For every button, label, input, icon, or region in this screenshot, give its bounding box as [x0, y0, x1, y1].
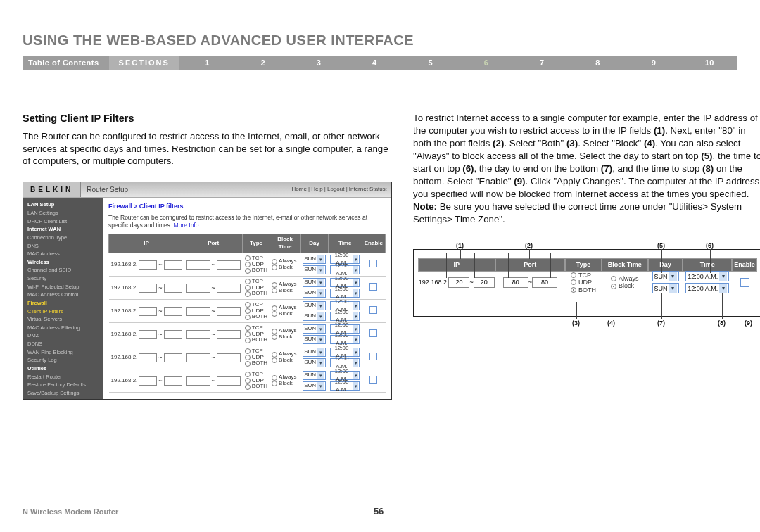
- section-link-5[interactable]: 5: [403, 58, 458, 67]
- day-end-select[interactable]: SUN▾: [303, 335, 326, 344]
- type-radio[interactable]: UDP: [571, 279, 592, 286]
- port-from-input[interactable]: [186, 307, 210, 316]
- day-end-select[interactable]: SUN▾: [303, 312, 326, 321]
- sidebar-item[interactable]: Channel and SSID: [27, 266, 99, 274]
- sidebar-item[interactable]: Save/Backup Settings: [27, 389, 99, 398]
- port-to-input[interactable]: [217, 284, 241, 293]
- sidebar-item[interactable]: DMZ: [27, 331, 99, 340]
- port-from-input[interactable]: [503, 277, 528, 288]
- section-link-3[interactable]: 3: [291, 58, 346, 67]
- port-to-input[interactable]: [217, 353, 241, 362]
- port-to-input[interactable]: [217, 307, 241, 316]
- sidebar-item[interactable]: DNS: [27, 242, 99, 251]
- port-to-input[interactable]: [217, 376, 241, 386]
- ip-from-input[interactable]: [139, 284, 157, 293]
- port-from-input[interactable]: [186, 330, 210, 339]
- day-end-select[interactable]: SUN▾: [303, 265, 326, 274]
- sidebar-item[interactable]: Restore Previous Settings: [27, 397, 99, 399]
- day-start-select[interactable]: SUN▾: [303, 348, 326, 357]
- blocktime-radio[interactable]: Block: [272, 357, 293, 364]
- time-end-select[interactable]: 12:00 A.M.▾: [330, 289, 360, 298]
- time-end-select[interactable]: 12:00 A.M.▾: [330, 358, 360, 367]
- enable-checkbox[interactable]: [369, 353, 377, 360]
- type-radio[interactable]: BOTH: [245, 384, 267, 390]
- port-from-input[interactable]: [186, 284, 210, 293]
- type-radio[interactable]: TCP: [571, 272, 591, 279]
- section-link-10[interactable]: 10: [682, 58, 737, 67]
- time-end-select[interactable]: 12:00 A.M.▾: [330, 381, 360, 391]
- ip-to-input[interactable]: [164, 330, 182, 339]
- ip-to-input[interactable]: [474, 277, 495, 288]
- sidebar-item[interactable]: LAN Settings: [27, 209, 99, 217]
- day-end-select[interactable]: SUN▾: [303, 381, 326, 391]
- sidebar-item[interactable]: Virtual Servers: [27, 315, 99, 324]
- header-link[interactable]: Logout |: [327, 186, 348, 194]
- type-radio[interactable]: BOTH: [571, 286, 596, 293]
- ip-from-input[interactable]: [139, 307, 157, 316]
- section-link-2[interactable]: 2: [235, 58, 291, 67]
- day-end-select[interactable]: SUN▾: [652, 283, 679, 293]
- section-link-7[interactable]: 7: [514, 58, 570, 67]
- port-from-input[interactable]: [186, 260, 210, 270]
- ip-from-input[interactable]: [139, 376, 157, 386]
- header-link[interactable]: Home |: [292, 186, 310, 194]
- ip-from-input[interactable]: [139, 353, 157, 362]
- port-from-input[interactable]: [186, 353, 210, 362]
- sidebar-item[interactable]: LAN Setup: [27, 201, 99, 209]
- blocktime-radio[interactable]: Always: [611, 275, 639, 282]
- time-end-select[interactable]: 12:00 A.M.▾: [330, 312, 360, 321]
- sidebar-item[interactable]: Client IP Filters: [27, 308, 99, 316]
- ip-to-input[interactable]: [164, 260, 182, 270]
- enable-checkbox[interactable]: [369, 283, 377, 291]
- time-end-select[interactable]: 12:00 A.M.▾: [330, 335, 360, 344]
- day-end-select[interactable]: SUN▾: [303, 289, 326, 298]
- day-start-select[interactable]: SUN▾: [652, 271, 679, 281]
- sidebar-item[interactable]: Security: [27, 274, 99, 283]
- blocktime-radio[interactable]: Block: [272, 288, 293, 294]
- ip-to-input[interactable]: [164, 307, 182, 316]
- section-link-6[interactable]: 6: [458, 58, 514, 67]
- sidebar-item[interactable]: DDNS: [27, 340, 99, 348]
- section-link-9[interactable]: 9: [626, 58, 681, 67]
- blocktime-radio[interactable]: Block: [272, 265, 293, 271]
- more-info-link[interactable]: More Info: [174, 222, 199, 229]
- toc-link[interactable]: Table of Contents: [23, 58, 109, 67]
- section-link-4[interactable]: 4: [347, 58, 403, 67]
- sidebar-item[interactable]: Firewall: [27, 299, 99, 308]
- sidebar-item[interactable]: MAC Address Control: [27, 291, 99, 299]
- port-to-input[interactable]: [532, 277, 557, 288]
- section-link-1[interactable]: 1: [179, 58, 235, 67]
- type-radio[interactable]: BOTH: [245, 314, 267, 320]
- blocktime-radio[interactable]: Block: [272, 381, 293, 387]
- type-radio[interactable]: BOTH: [245, 337, 267, 343]
- sidebar-item[interactable]: Restore Factory Defaults: [27, 381, 99, 389]
- header-link[interactable]: Help |: [311, 186, 326, 194]
- sidebar-item[interactable]: MAC Address Filtering: [27, 324, 99, 332]
- sidebar-item[interactable]: DHCP Client List: [27, 217, 99, 226]
- enable-checkbox[interactable]: [369, 329, 377, 337]
- enable-checkbox[interactable]: [369, 306, 377, 314]
- sidebar-item[interactable]: Connection Type: [27, 234, 99, 242]
- sidebar-item[interactable]: WAN Ping Blocking: [27, 348, 99, 357]
- ip-from-input[interactable]: [139, 330, 157, 339]
- day-start-select[interactable]: SUN▾: [303, 324, 326, 334]
- port-from-input[interactable]: [186, 376, 210, 386]
- day-start-select[interactable]: SUN▾: [303, 301, 326, 310]
- sidebar-item[interactable]: Restart Router: [27, 373, 99, 381]
- sidebar-item[interactable]: Wi-Fi Protected Setup: [27, 283, 99, 291]
- sidebar-item[interactable]: Security Log: [27, 356, 99, 365]
- blocktime-radio[interactable]: Block: [611, 282, 634, 289]
- port-to-input[interactable]: [217, 260, 241, 270]
- type-radio[interactable]: BOTH: [245, 267, 267, 274]
- port-to-input[interactable]: [217, 330, 241, 339]
- time-start-select[interactable]: 12:00 A.M.▾: [685, 271, 729, 281]
- sidebar-item[interactable]: Internet WAN: [27, 225, 99, 234]
- type-radio[interactable]: BOTH: [245, 291, 267, 297]
- header-link[interactable]: Internet Status:: [349, 186, 387, 194]
- sidebar-item[interactable]: Wireless: [27, 258, 99, 267]
- time-end-select[interactable]: 12:00 A.M.▾: [330, 265, 360, 274]
- day-start-select[interactable]: SUN▾: [303, 371, 326, 380]
- blocktime-radio[interactable]: Block: [272, 334, 293, 341]
- day-start-select[interactable]: SUN▾: [303, 278, 326, 287]
- ip-from-input[interactable]: [139, 260, 157, 270]
